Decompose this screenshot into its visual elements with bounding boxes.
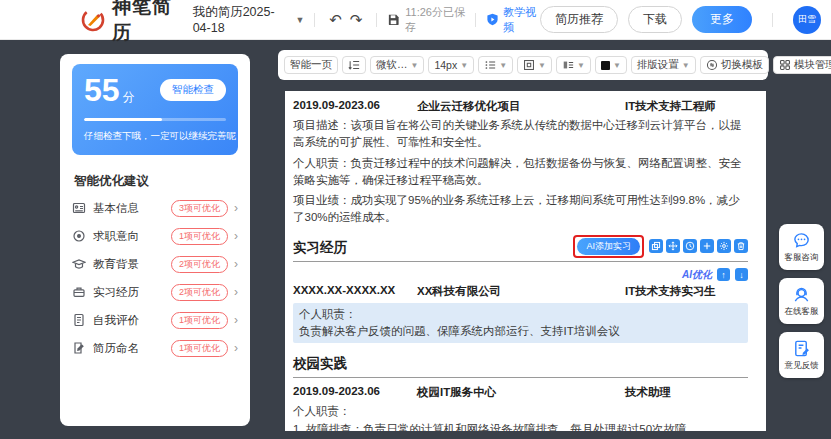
- chevron-down-icon: ▼: [682, 61, 690, 70]
- move-up-icon[interactable]: ↑: [717, 268, 730, 281]
- chevron-down-icon: ▼: [577, 61, 585, 70]
- campus-section-header: 校园实践: [293, 355, 748, 378]
- sidebar-item-job-intention[interactable]: 求职意向 1项可优化 ›: [72, 222, 238, 250]
- float-button-label: 客服咨询: [785, 252, 819, 264]
- chevron-right-icon: ›: [234, 342, 238, 354]
- layout-settings-button[interactable]: 排版设置▼: [631, 56, 696, 74]
- suggestions-title: 智能优化建议: [74, 173, 236, 190]
- undo-button[interactable]: ↶: [325, 12, 346, 27]
- top-header: 神笔简历 我的简历2025-04-18 ▼ ↶ ↷ 11:26分已保存 教学视频…: [0, 0, 831, 40]
- divider: [314, 13, 315, 27]
- switch-template-label: 切换模板: [721, 58, 763, 72]
- ai-add-internship-button[interactable]: AI添加实习: [577, 238, 640, 255]
- feedback-pen-icon: [792, 339, 811, 358]
- save-status-text: 11:26分已保存: [405, 5, 465, 35]
- shield-play-icon: [486, 13, 499, 26]
- editor-toolbar: 智能一页 微软…▼ 14px▼ ▼ ▼ ▼ ▼ 排版设置▼ 切换模板 模块管理: [278, 50, 768, 80]
- campus-org: 校园IT服务中心: [417, 385, 625, 400]
- more-button[interactable]: 更多: [692, 6, 752, 33]
- campus-section-title: 校园实践: [293, 356, 347, 371]
- user-avatar[interactable]: 田雪: [793, 6, 821, 34]
- history-clock-icon[interactable]: [683, 239, 697, 253]
- campus-duty-item: 1. 故障排查：负责日常的计算机和网络设备故障排查，每月处理超过50次故障。: [293, 421, 748, 431]
- target-icon: [72, 229, 86, 243]
- project-result: 项目业绩：成功实现了95%的业务系统迁移上云，迁移期间系统可用性达到99.8%，…: [293, 192, 748, 227]
- score-value: 55: [84, 72, 120, 108]
- score-sidebar: 55分 智能检查 仔细检查下哦，一定可以继续完善呢！ 智能优化建议 基本信息 3…: [60, 54, 250, 426]
- list-style-select[interactable]: ▼: [478, 56, 513, 74]
- float-button-label: 在线客服: [785, 306, 819, 318]
- sidebar-item-label: 教育背景: [93, 257, 139, 272]
- line-spacing-button[interactable]: [342, 56, 366, 74]
- sidebar-item-basic-info[interactable]: 基本信息 3项可优化 ›: [72, 194, 238, 222]
- sidebar-item-resume-naming[interactable]: 简历命名 1项可优化 ›: [72, 334, 238, 362]
- document-icon: [72, 313, 86, 327]
- graduation-cap-icon: [72, 257, 86, 271]
- internship-section-title: 实习经历: [293, 240, 347, 255]
- delete-trash-icon[interactable]: [734, 239, 748, 253]
- chevron-right-icon: ›: [234, 314, 238, 326]
- font-family-select[interactable]: 微软…▼: [370, 56, 424, 74]
- document-title[interactable]: 我的简历2025-04-18 ▼: [193, 4, 305, 35]
- score-progress-bar: [84, 118, 226, 121]
- project-date: 2019.09-2023.06: [293, 99, 417, 114]
- rename-pen-icon: [72, 341, 86, 355]
- floating-help-column: 客服咨询 在线客服 意见反馈: [779, 224, 824, 378]
- internship-section-header: 实习经历 AI添加实习: [293, 239, 748, 262]
- score-tip-text: 仔细检查下哦，一定可以继续完善呢！: [84, 130, 226, 143]
- project-header-row: 2019.09-2023.06 企业云迁移优化项目 IT技术支持工程师: [293, 99, 748, 114]
- divider: [475, 13, 476, 27]
- paragraph-spacing-select[interactable]: ▼: [556, 56, 591, 74]
- app-window: 神笔简历 我的简历2025-04-18 ▼ ↶ ↷ 11:26分已保存 教学视频…: [0, 0, 831, 439]
- optimize-count-badge: 1项可优化: [171, 312, 228, 329]
- annotation-box: AI添加实习: [573, 235, 644, 258]
- idcard-icon: [72, 201, 86, 215]
- move-down-icon[interactable]: ↓: [735, 268, 748, 281]
- optimize-count-badge: 2项可优化: [171, 256, 228, 273]
- color-picker[interactable]: ▼: [595, 56, 627, 74]
- divider: [772, 13, 773, 27]
- sidebar-item-label: 基本信息: [93, 201, 139, 216]
- internship-role: IT技术支持实习生: [625, 284, 748, 299]
- save-icon: [387, 13, 400, 26]
- move-icon[interactable]: [666, 239, 680, 253]
- smart-check-button[interactable]: 智能检查: [160, 79, 226, 101]
- download-button[interactable]: 下载: [628, 6, 682, 33]
- smart-one-page-button[interactable]: 智能一页: [284, 56, 338, 74]
- internship-duty-highlight[interactable]: 个人职责： 负责解决客户反馈的问题、保障系统内部运行、支持IT培训会议: [293, 303, 748, 344]
- online-service-button[interactable]: 在线客服: [779, 278, 824, 324]
- optimize-count-badge: 1项可优化: [171, 340, 228, 357]
- add-icon[interactable]: [700, 239, 714, 253]
- resume-page: 2019.09-2023.06 企业云迁移优化项目 IT技术支持工程师 项目描述…: [285, 91, 766, 431]
- settings-gear-icon[interactable]: [717, 239, 731, 253]
- internship-header-row: XXXX.XX-XXXX.XX XX科技有限公司 IT技术支持实习生: [293, 284, 748, 299]
- chat-headset-icon: [792, 231, 811, 250]
- feedback-button[interactable]: 意见反馈: [779, 332, 824, 378]
- redo-button[interactable]: ↷: [346, 12, 367, 27]
- sidebar-item-self-evaluation[interactable]: 自我评价 1项可优化 ›: [72, 306, 238, 334]
- sidebar-item-label: 求职意向: [93, 229, 139, 244]
- module-manage-button[interactable]: 模块管理: [773, 56, 831, 74]
- duty-content: 负责解决客户反馈的问题、保障系统内部运行、支持IT培训会议: [299, 323, 742, 340]
- campus-role: 技术助理: [625, 385, 748, 400]
- layout-settings-label: 排版设置: [637, 58, 679, 72]
- resume-recommend-button[interactable]: 简历推荐: [540, 6, 618, 33]
- tutorial-video-link[interactable]: 教学视频: [486, 5, 540, 35]
- switch-template-button[interactable]: 切换模板: [700, 56, 769, 74]
- logo-icon: [80, 7, 106, 33]
- font-family-value: 微软…: [376, 58, 408, 72]
- section-toolbar: AI添加实习: [573, 235, 748, 258]
- ai-optimize-button[interactable]: AI优化: [682, 268, 712, 282]
- score-progress-fill: [84, 118, 162, 121]
- sidebar-item-internship[interactable]: 实习经历 2项可优化 ›: [72, 278, 238, 306]
- customer-consult-button[interactable]: 客服咨询: [779, 224, 824, 270]
- app-logo: 神笔简历: [80, 0, 179, 46]
- copy-icon[interactable]: [649, 239, 663, 253]
- resume-score: 55分: [84, 74, 135, 106]
- sidebar-item-education[interactable]: 教育背景 2项可优化 ›: [72, 250, 238, 278]
- page-margin-select[interactable]: ▼: [517, 56, 552, 74]
- font-size-select[interactable]: 14px▼: [428, 56, 474, 74]
- chevron-down-icon: ▼: [411, 61, 419, 70]
- internship-date: XXXX.XX-XXXX.XX: [293, 284, 417, 299]
- tutorial-video-label: 教学视频: [503, 5, 540, 35]
